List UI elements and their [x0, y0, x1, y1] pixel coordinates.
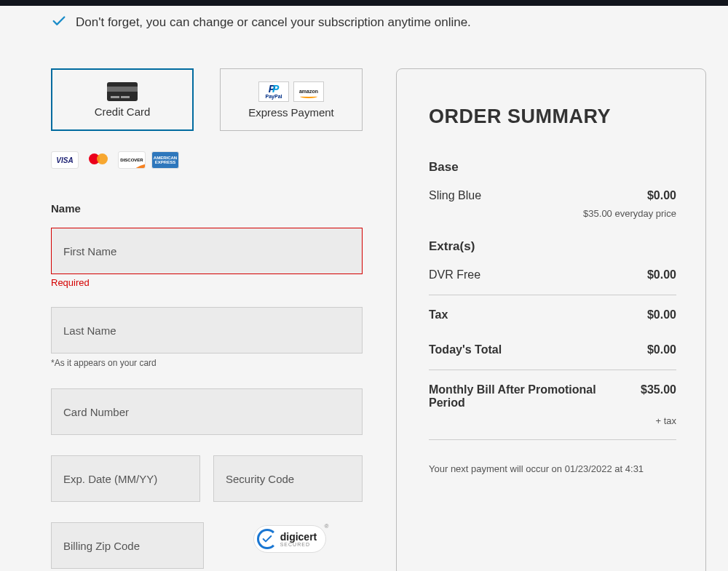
- credit-card-icon: [107, 82, 138, 101]
- paypal-icon: PP PayPal: [258, 81, 289, 102]
- card-brands: VISA DISCOVER AMERICAN EXPRESS: [51, 151, 363, 169]
- next-payment-text: Your next payment will occur on 01/23/20…: [429, 463, 676, 474]
- visa-icon: VISA: [51, 151, 79, 169]
- total-line-item: Today's Total $0.00: [429, 343, 676, 356]
- last-name-field[interactable]: [51, 307, 363, 354]
- extra-item-name: DVR Free: [429, 268, 480, 281]
- express-label: Express Payment: [248, 106, 334, 119]
- amazon-icon: amazon: [293, 81, 324, 102]
- mastercard-icon: [84, 151, 112, 169]
- first-name-error: Required: [51, 277, 363, 288]
- digicert-check-icon: [257, 529, 277, 549]
- exp-date-field[interactable]: [51, 455, 200, 502]
- tax-label: Tax: [429, 308, 448, 322]
- tab-express-payment[interactable]: PP PayPal amazon Express Payment: [220, 68, 363, 131]
- name-section-label: Name: [51, 202, 363, 215]
- digicert-brand: digicert: [280, 532, 317, 542]
- monthly-plus-tax: + tax: [429, 415, 676, 426]
- divider: [429, 295, 676, 295]
- total-price: $0.00: [647, 343, 676, 356]
- monthly-price: $35.00: [641, 383, 676, 410]
- last-name-hint: *As it appears on your card: [51, 358, 363, 368]
- discover-icon: DISCOVER: [118, 151, 146, 169]
- base-item-name: Sling Blue: [429, 189, 481, 202]
- top-bar: [0, 0, 728, 6]
- monthly-line-item: Monthly Bill After Promotional Period $3…: [429, 383, 676, 410]
- digicert-sub: SECURED: [280, 542, 317, 547]
- order-summary-title: ORDER SUMMARY: [429, 105, 676, 128]
- amex-icon: AMERICAN EXPRESS: [151, 151, 179, 169]
- base-item-price: $0.00: [647, 189, 676, 202]
- first-name-field[interactable]: [51, 228, 363, 274]
- extras-section-label: Extra(s): [429, 239, 676, 254]
- tax-line-item: Tax $0.00: [429, 308, 676, 322]
- express-logos: PP PayPal amazon: [258, 81, 324, 102]
- reminder-bar: Don't forget, you can change or cancel y…: [0, 6, 728, 39]
- credit-card-label: Credit Card: [95, 105, 151, 118]
- card-number-field[interactable]: [51, 388, 363, 435]
- base-section-label: Base: [429, 160, 676, 175]
- billing-zip-field[interactable]: [51, 522, 204, 569]
- reminder-text: Don't forget, you can change or cancel y…: [76, 15, 471, 30]
- monthly-label: Monthly Bill After Promotional Period: [429, 383, 596, 410]
- tab-credit-card[interactable]: Credit Card: [51, 68, 194, 131]
- extra-line-item: DVR Free $0.00: [429, 268, 676, 281]
- extra-item-price: $0.00: [647, 268, 676, 281]
- digicert-badge: digicert SECURED: [217, 522, 363, 553]
- base-line-item: Sling Blue $0.00: [429, 189, 676, 202]
- divider: [429, 370, 676, 370]
- security-code-field[interactable]: [213, 455, 363, 502]
- order-summary: ORDER SUMMARY Base Sling Blue $0.00 $35.…: [396, 68, 706, 571]
- payment-method-tabs: Credit Card PP PayPal amazon Express Pay…: [51, 68, 363, 131]
- divider: [429, 439, 676, 440]
- base-everyday-price: $35.00 everyday price: [429, 208, 676, 219]
- tax-price: $0.00: [647, 308, 676, 322]
- check-icon: [51, 13, 67, 32]
- total-label: Today's Total: [429, 343, 502, 356]
